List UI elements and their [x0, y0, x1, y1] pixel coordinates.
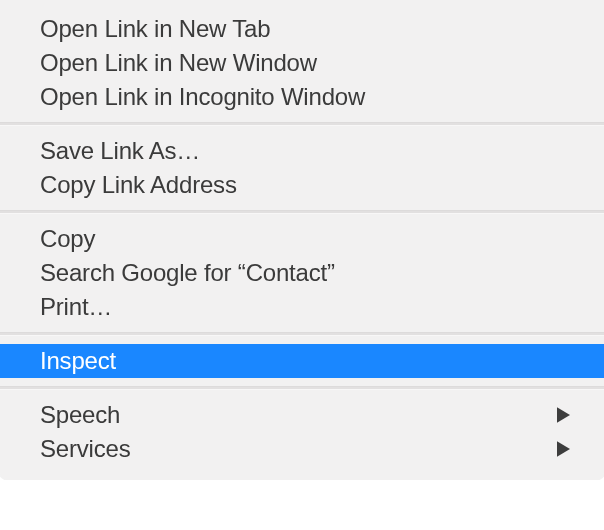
- menu-item-label: Services: [40, 435, 130, 463]
- menu-item-label: Search Google for “Contact”: [40, 259, 335, 287]
- menu-group: Save Link As… Copy Link Address: [0, 130, 604, 206]
- submenu-arrow-icon: [554, 406, 572, 424]
- menu-group: Copy Search Google for “Contact” Print…: [0, 218, 604, 328]
- menu-item-services[interactable]: Services: [0, 432, 604, 466]
- menu-separator: [0, 332, 604, 336]
- menu-separator: [0, 386, 604, 390]
- menu-separator: [0, 210, 604, 214]
- menu-item-speech[interactable]: Speech: [0, 398, 604, 432]
- menu-item-label: Copy Link Address: [40, 171, 237, 199]
- menu-item-label: Open Link in New Window: [40, 49, 317, 77]
- background: [0, 480, 604, 486]
- menu-item-open-link-new-tab[interactable]: Open Link in New Tab: [0, 12, 604, 46]
- menu-item-label: Speech: [40, 401, 120, 429]
- menu-item-label: Copy: [40, 225, 95, 253]
- menu-group: Open Link in New Tab Open Link in New Wi…: [0, 8, 604, 118]
- menu-item-open-link-incognito[interactable]: Open Link in Incognito Window: [0, 80, 604, 114]
- submenu-arrow-icon: [554, 440, 572, 458]
- menu-item-label: Open Link in New Tab: [40, 15, 270, 43]
- menu-item-print[interactable]: Print…: [0, 290, 604, 324]
- menu-item-label: Inspect: [40, 347, 116, 375]
- menu-group: Inspect: [0, 340, 604, 382]
- menu-item-copy[interactable]: Copy: [0, 222, 604, 256]
- menu-item-label: Open Link in Incognito Window: [40, 83, 365, 111]
- menu-item-label: Print…: [40, 293, 112, 321]
- menu-separator: [0, 122, 604, 126]
- menu-item-open-link-new-window[interactable]: Open Link in New Window: [0, 46, 604, 80]
- menu-item-copy-link-address[interactable]: Copy Link Address: [0, 168, 604, 202]
- context-menu: Open Link in New Tab Open Link in New Wi…: [0, 0, 604, 480]
- menu-group: Speech Services: [0, 394, 604, 470]
- menu-item-inspect[interactable]: Inspect: [0, 344, 604, 378]
- menu-item-search-google[interactable]: Search Google for “Contact”: [0, 256, 604, 290]
- menu-item-label: Save Link As…: [40, 137, 200, 165]
- menu-item-save-link-as[interactable]: Save Link As…: [0, 134, 604, 168]
